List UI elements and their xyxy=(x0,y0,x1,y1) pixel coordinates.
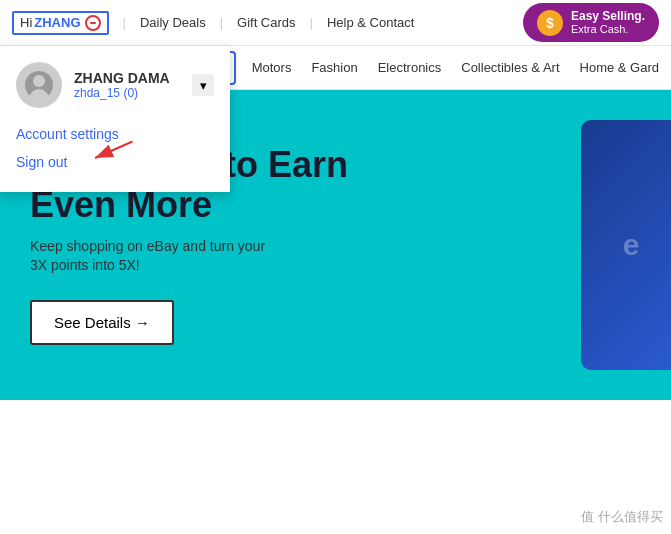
top-bar: Hi ZHANG | Daily Deals | Gift Cards | He… xyxy=(0,0,671,46)
divider-2: | xyxy=(220,15,223,30)
hero-card-inner: e xyxy=(623,228,640,262)
hero-card-graphic: e xyxy=(581,120,671,370)
cat-fashion[interactable]: Fashion xyxy=(311,60,357,75)
easy-selling-text: Easy Selling. Extra Cash. xyxy=(571,9,645,37)
svg-line-1 xyxy=(95,142,133,159)
cat-home[interactable]: Home & Gard xyxy=(580,60,659,75)
see-details-button[interactable]: See Details → xyxy=(30,300,174,345)
watermark: 值 什么值得买 xyxy=(581,508,663,526)
user-info: ZHANG DAMA zhda_15 (0) xyxy=(74,70,180,100)
gift-cards-link[interactable]: Gift Cards xyxy=(237,15,296,30)
divider-1: | xyxy=(123,15,126,30)
dollar-icon: $ xyxy=(537,10,563,36)
cat-motors[interactable]: Motors xyxy=(252,60,292,75)
annotation-arrow xyxy=(80,134,140,164)
hi-label: Hi xyxy=(20,15,32,30)
user-profile: ZHANG DAMA zhda_15 (0) ▾ xyxy=(16,62,214,108)
user-fullname: ZHANG DAMA xyxy=(74,70,180,86)
user-dropdown-icon xyxy=(85,15,101,31)
user-id-row: zhda_15 (0) xyxy=(74,86,180,100)
avatar xyxy=(16,62,62,108)
profile-expand-button[interactable]: ▾ xyxy=(192,74,214,96)
category-links: Motors Fashion Electronics Collectibles … xyxy=(252,60,659,75)
username-label: ZHANG xyxy=(34,15,80,30)
user-dropdown-panel: ZHANG DAMA zhda_15 (0) ▾ Account setting… xyxy=(0,46,230,192)
hero-subtitle: Keep shopping on eBay and turn your 3X p… xyxy=(30,237,265,276)
cat-electronics[interactable]: Electronics xyxy=(378,60,442,75)
hi-user-button[interactable]: Hi ZHANG xyxy=(12,11,109,35)
divider-3: | xyxy=(310,15,313,30)
easy-selling-button[interactable]: $ Easy Selling. Extra Cash. xyxy=(523,3,659,43)
daily-deals-link[interactable]: Daily Deals xyxy=(140,15,206,30)
help-contact-link[interactable]: Help & Contact xyxy=(327,15,414,30)
avatar-icon xyxy=(25,71,53,99)
cat-collectibles[interactable]: Collectibles & Art xyxy=(461,60,559,75)
